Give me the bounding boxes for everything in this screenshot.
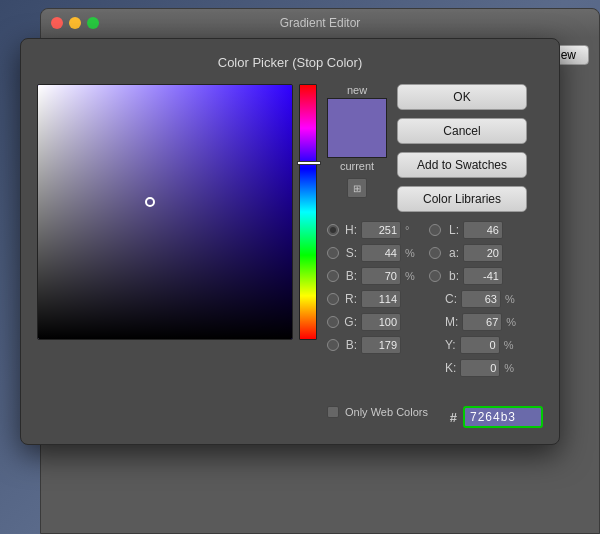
- label-M: M:: [445, 315, 458, 329]
- saturation-brightness-picker[interactable]: [37, 84, 293, 340]
- label-a: a:: [445, 246, 459, 260]
- radio-L[interactable]: [429, 224, 441, 236]
- input-G[interactable]: [361, 313, 401, 331]
- input-Bval[interactable]: [361, 336, 401, 354]
- field-row-R: R:: [327, 289, 419, 309]
- field-row-K: K: %: [429, 358, 521, 378]
- field-row-Y: Y: %: [429, 335, 521, 355]
- field-row-C: C: %: [429, 289, 521, 309]
- right-panel: OK Cancel Add to Swatches Color Librarie…: [397, 84, 527, 212]
- field-row-B: B: %: [327, 266, 419, 286]
- field-row-S: S: %: [327, 243, 419, 263]
- radio-Bval[interactable]: [327, 339, 339, 351]
- field-row-M: M: %: [429, 312, 521, 332]
- input-H[interactable]: [361, 221, 401, 239]
- label-Y: Y:: [445, 338, 456, 352]
- hex-symbol: #: [450, 410, 457, 425]
- label-C: C:: [445, 292, 457, 306]
- unit-B: %: [405, 270, 419, 282]
- add-to-swatches-button[interactable]: Add to Swatches: [397, 152, 527, 178]
- label-H: H:: [343, 223, 357, 237]
- radio-H[interactable]: [327, 224, 339, 236]
- new-color-swatch: [328, 99, 386, 128]
- ok-button[interactable]: OK: [397, 84, 527, 110]
- lab-cmyk-fields: L: a: b:: [429, 220, 521, 378]
- bottom-section: Only Web Colors #: [327, 396, 543, 428]
- picker-main: new current ⊞ OK Cancel Add to Swatches …: [37, 84, 543, 428]
- only-web-colors-label: Only Web Colors: [345, 406, 428, 418]
- hsb-rgb-fields: H: ° S: % B: %: [327, 220, 419, 378]
- only-web-colors-row: Only Web Colors: [327, 406, 428, 418]
- current-color-swatch: [328, 128, 386, 157]
- sb-black-gradient: [38, 85, 292, 339]
- gradient-editor-title: Gradient Editor: [280, 16, 361, 30]
- unit-K: %: [504, 362, 518, 374]
- new-label: new: [347, 84, 367, 96]
- unit-H: °: [405, 224, 419, 236]
- color-libraries-button[interactable]: Color Libraries: [397, 186, 527, 212]
- gradient-editor-titlebar: Gradient Editor: [41, 9, 599, 37]
- field-row-L: L:: [429, 220, 521, 240]
- traffic-lights: [51, 17, 99, 29]
- label-K: K:: [445, 361, 456, 375]
- cancel-button[interactable]: Cancel: [397, 118, 527, 144]
- input-M[interactable]: [462, 313, 502, 331]
- color-picker-dialog: Color Picker (Stop Color) new: [20, 38, 560, 445]
- color-preview-box: [327, 98, 387, 158]
- fields-columns: H: ° S: % B: %: [327, 220, 543, 378]
- picker-right: new current ⊞ OK Cancel Add to Swatches …: [327, 84, 543, 428]
- input-R[interactable]: [361, 290, 401, 308]
- radio-R[interactable]: [327, 293, 339, 305]
- picker-right-top: new current ⊞ OK Cancel Add to Swatches …: [327, 84, 543, 212]
- label-B: B:: [343, 269, 357, 283]
- hue-slider[interactable]: [299, 84, 317, 340]
- unit-M: %: [506, 316, 520, 328]
- label-L: L:: [445, 223, 459, 237]
- color-preview-wrap: new current ⊞: [327, 84, 387, 212]
- input-C[interactable]: [461, 290, 501, 308]
- radio-G[interactable]: [327, 316, 339, 328]
- only-web-colors-checkbox[interactable]: [327, 406, 339, 418]
- field-row-H: H: °: [327, 220, 419, 240]
- label-S: S:: [343, 246, 357, 260]
- input-Y[interactable]: [460, 336, 500, 354]
- minimize-button[interactable]: [69, 17, 81, 29]
- label-b: b:: [445, 269, 459, 283]
- field-row-b: b:: [429, 266, 521, 286]
- field-row-Bval: B:: [327, 335, 419, 355]
- radio-b[interactable]: [429, 270, 441, 282]
- unit-C: %: [505, 293, 519, 305]
- input-K[interactable]: [460, 359, 500, 377]
- input-L[interactable]: [463, 221, 503, 239]
- close-button[interactable]: [51, 17, 63, 29]
- input-a[interactable]: [463, 244, 503, 262]
- current-label: current: [340, 160, 374, 172]
- hex-row: #: [450, 406, 543, 428]
- dialog-title: Color Picker (Stop Color): [37, 55, 543, 70]
- radio-S[interactable]: [327, 247, 339, 259]
- field-row-G: G:: [327, 312, 419, 332]
- hex-input[interactable]: [463, 406, 543, 428]
- swatch-icon: ⊞: [347, 178, 367, 198]
- label-Bval: B:: [343, 338, 357, 352]
- label-G: G:: [343, 315, 357, 329]
- picker-left: [37, 84, 317, 428]
- input-B[interactable]: [361, 267, 401, 285]
- field-row-a: a:: [429, 243, 521, 263]
- maximize-button[interactable]: [87, 17, 99, 29]
- radio-B[interactable]: [327, 270, 339, 282]
- radio-a[interactable]: [429, 247, 441, 259]
- hue-cursor: [297, 161, 321, 165]
- unit-Y: %: [504, 339, 518, 351]
- input-b[interactable]: [463, 267, 503, 285]
- label-R: R:: [343, 292, 357, 306]
- unit-S: %: [405, 247, 419, 259]
- input-S[interactable]: [361, 244, 401, 262]
